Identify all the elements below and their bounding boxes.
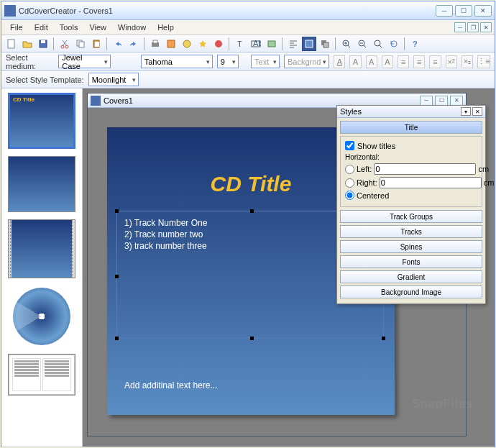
refresh-icon[interactable] <box>387 37 401 51</box>
unit-label: cm <box>478 165 489 173</box>
section-tracks-button[interactable]: Tracks <box>340 225 482 238</box>
superscript-icon[interactable]: ×² <box>446 55 457 68</box>
medium-select[interactable]: Jewel Case <box>58 55 110 68</box>
open-icon[interactable] <box>20 37 35 51</box>
style-panel: Styles ▾✕ Title Show titles Horizontal: … <box>336 105 486 304</box>
mdi-area: Covers1 ─ ☐ ✕ CD Title 1) Track Number O… <box>83 88 495 447</box>
section-bgimage-button[interactable]: Background Image <box>340 285 482 298</box>
font-c-icon[interactable]: A <box>382 55 393 68</box>
thumb-inlay[interactable] <box>8 219 75 278</box>
menu-help[interactable]: Help <box>152 22 180 33</box>
style-close-button[interactable]: ✕ <box>472 107 482 116</box>
underline-icon[interactable]: A <box>334 55 345 68</box>
bullets-icon[interactable]: ⋮≡ <box>477 55 490 68</box>
text-color-select[interactable]: Text <box>251 55 280 68</box>
arrange-icon[interactable] <box>318 37 332 51</box>
svg-rect-6 <box>79 42 84 47</box>
svg-text:T: T <box>237 40 242 48</box>
svg-rect-17 <box>268 41 275 47</box>
section-title-button[interactable]: Title <box>340 121 482 134</box>
mdi-close-button[interactable]: ✕ <box>480 22 492 32</box>
paste-icon[interactable] <box>89 37 104 51</box>
section-gradient-button[interactable]: Gradient <box>340 270 482 283</box>
thumb-title: CD Title <box>9 93 75 106</box>
font-a-icon[interactable]: A <box>349 55 361 68</box>
svg-point-12 <box>183 40 190 47</box>
doc-minimize-button[interactable]: ─ <box>420 96 433 106</box>
app-icon <box>4 5 16 17</box>
favorite-icon[interactable] <box>196 37 210 51</box>
show-titles-checkbox[interactable] <box>345 141 354 150</box>
font-size-select[interactable]: 9 <box>217 55 239 68</box>
zoom-out-icon[interactable] <box>355 37 369 51</box>
menu-tools[interactable]: Tools <box>54 22 84 33</box>
doc-maximize-button[interactable]: ☐ <box>435 96 448 106</box>
cut-icon[interactable] <box>58 37 72 51</box>
redo-icon[interactable] <box>127 37 141 51</box>
layer-icon[interactable] <box>302 37 316 51</box>
svg-rect-0 <box>8 40 14 48</box>
image-icon[interactable] <box>265 37 279 51</box>
print-icon[interactable] <box>148 37 162 51</box>
left-input[interactable] <box>374 163 476 175</box>
section-trackgroups-button[interactable]: Track Groups <box>340 210 482 223</box>
color-icon[interactable] <box>211 37 226 51</box>
align-r-icon[interactable]: ≡ <box>429 55 441 68</box>
align-c-icon[interactable]: ≡ <box>413 55 425 68</box>
style-dock-button[interactable]: ▾ <box>461 107 471 116</box>
copy-icon[interactable] <box>73 37 88 51</box>
svg-rect-20 <box>323 42 329 47</box>
doc-close-button[interactable]: ✕ <box>450 96 463 106</box>
undo-icon[interactable] <box>111 37 125 51</box>
zoom-fit-icon[interactable] <box>371 37 385 51</box>
new-icon[interactable] <box>4 37 19 51</box>
bg-color-select[interactable]: Backgrnd <box>284 55 329 68</box>
doc-title: Covers1 <box>104 96 133 105</box>
style-template-select[interactable]: Moonlight <box>88 73 139 86</box>
tool-b-icon[interactable] <box>180 37 194 51</box>
align-left-icon[interactable] <box>286 37 300 51</box>
help-icon[interactable]: ? <box>408 37 423 51</box>
text-tool-icon[interactable]: T <box>233 37 247 51</box>
font-select[interactable]: Tahoma <box>141 55 213 68</box>
mdi-minimize-button[interactable]: ─ <box>454 22 466 32</box>
svg-rect-18 <box>306 40 313 47</box>
window-title: CdCoverCreator - Covers1 <box>19 6 433 15</box>
thumb-booklet[interactable] <box>8 354 75 396</box>
font-b-icon[interactable]: A <box>366 55 377 68</box>
thumb-disc[interactable] <box>8 285 75 347</box>
centered-radio[interactable] <box>345 191 354 200</box>
mdi-restore-button[interactable]: ❐ <box>467 22 479 32</box>
main-toolbar: T Ab ? <box>1 35 495 52</box>
align-l-icon[interactable]: ≡ <box>398 55 409 68</box>
additional-text[interactable]: Add additinal text here... <box>124 380 217 390</box>
thumbnail-sidebar: CD Title <box>1 88 83 447</box>
right-radio[interactable] <box>345 178 354 188</box>
menu-view[interactable]: View <box>83 22 112 33</box>
svg-rect-11 <box>167 40 175 47</box>
close-button[interactable]: ✕ <box>474 5 492 17</box>
menubar: File Edit Tools View Window Help ─ ❐ ✕ <box>1 20 495 35</box>
menu-edit[interactable]: Edit <box>29 22 54 33</box>
titlebar[interactable]: CdCoverCreator - Covers1 ─ ☐ ✕ <box>1 1 495 20</box>
style-panel-titlebar[interactable]: Styles ▾✕ <box>337 106 485 118</box>
menu-file[interactable]: File <box>4 22 29 33</box>
textbox-icon[interactable]: Ab <box>249 37 263 51</box>
left-radio[interactable] <box>345 165 354 174</box>
section-fonts-button[interactable]: Fonts <box>340 255 482 268</box>
svg-text:?: ? <box>413 40 418 48</box>
right-input[interactable] <box>380 177 482 188</box>
subscript-icon[interactable]: ×₂ <box>461 55 473 68</box>
svg-rect-10 <box>153 40 157 43</box>
tool-a-icon[interactable] <box>164 37 178 51</box>
unit-label: cm <box>484 178 495 187</box>
minimize-button[interactable]: ─ <box>436 5 453 17</box>
save-icon[interactable] <box>36 37 50 51</box>
medium-label: Select medium: <box>6 53 54 70</box>
zoom-in-icon[interactable] <box>339 37 354 51</box>
maximize-button[interactable]: ☐ <box>455 5 472 17</box>
thumb-cover[interactable]: CD Title <box>8 93 75 149</box>
section-spines-button[interactable]: Spines <box>340 240 482 253</box>
thumb-back[interactable] <box>8 156 75 212</box>
menu-window[interactable]: Window <box>112 22 152 33</box>
